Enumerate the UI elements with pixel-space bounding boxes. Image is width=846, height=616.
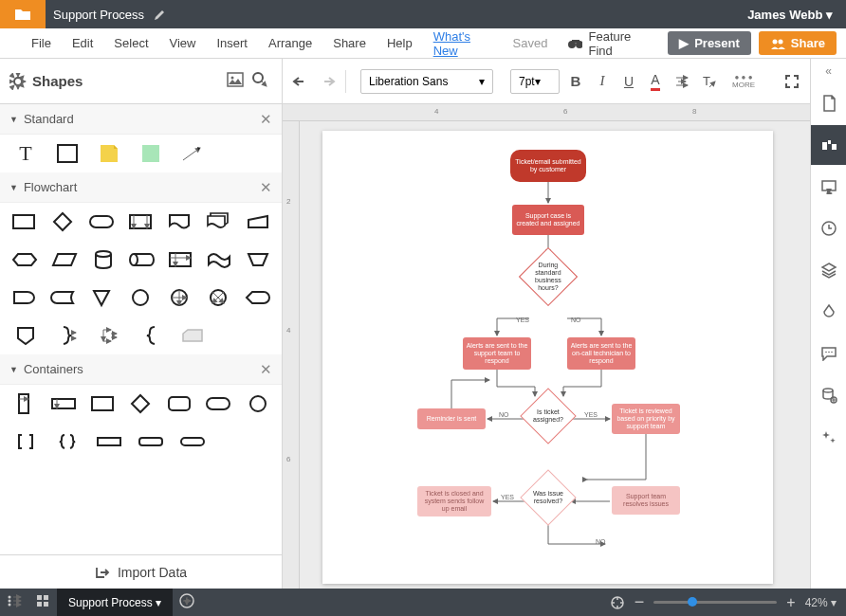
fc-delay[interactable] <box>11 286 37 309</box>
close-icon[interactable]: ✕ <box>260 111 272 128</box>
fc-or[interactable] <box>166 286 192 309</box>
fontsize-select[interactable]: 7pt ▾ <box>510 69 560 94</box>
zoom-out-button[interactable]: − <box>634 592 645 612</box>
ct-rect2[interactable] <box>95 430 123 453</box>
fc-database[interactable] <box>91 248 115 271</box>
page-tab[interactable]: Support Process ▾ <box>57 589 173 616</box>
folder-icon[interactable] <box>0 0 46 28</box>
fc-merge[interactable] <box>89 286 115 309</box>
align-button[interactable] <box>671 69 692 94</box>
ct-rounded2[interactable] <box>137 430 165 453</box>
collapse-rail-icon[interactable]: « <box>825 64 832 82</box>
ct-bracket[interactable] <box>11 430 40 453</box>
bold-button[interactable]: B <box>565 69 586 94</box>
ct-swimlane-h[interactable] <box>50 392 77 415</box>
more-button[interactable]: ● ● ●MORE <box>732 74 755 89</box>
fc-brace-r[interactable] <box>53 324 82 347</box>
menu-file[interactable]: File <box>21 36 62 50</box>
zoom-slider[interactable] <box>653 601 777 604</box>
fc-internal[interactable] <box>168 248 193 271</box>
ct-brace[interactable] <box>53 430 82 453</box>
gear-icon[interactable] <box>9 73 27 90</box>
ct-diamond[interactable] <box>128 392 154 415</box>
menu-view[interactable]: View <box>159 36 207 50</box>
shape-hotspot[interactable] <box>137 142 165 165</box>
flow-node[interactable]: Alerts are sent to the support team to r… <box>463 337 531 370</box>
grid-view-icon[interactable] <box>28 594 57 610</box>
section-containers[interactable]: ▼Containers✕ <box>0 354 282 385</box>
fullscreen-button[interactable] <box>782 69 802 94</box>
menu-select[interactable]: Select <box>103 36 158 50</box>
shape-text[interactable]: T <box>11 142 40 165</box>
zoom-in-button[interactable]: + <box>786 594 795 611</box>
fc-predef[interactable] <box>128 210 154 233</box>
rail-comments-icon[interactable] <box>811 334 847 373</box>
fc-document[interactable] <box>167 210 193 233</box>
rail-present-icon[interactable] <box>811 167 847 207</box>
ct-rounded[interactable] <box>167 392 193 415</box>
ct-rect[interactable] <box>90 392 116 415</box>
rail-history-icon[interactable] <box>811 208 847 248</box>
import-data-button[interactable]: Import Data <box>0 554 282 589</box>
rail-document-icon[interactable] <box>811 83 847 123</box>
page[interactable]: Ticket/email submitted by customer Suppo… <box>322 131 773 584</box>
image-library-icon[interactable] <box>223 72 248 91</box>
zoom-target-icon[interactable] <box>610 595 625 610</box>
menu-whatsnew[interactable]: What's New <box>423 29 503 58</box>
shape-block[interactable] <box>53 142 82 165</box>
fc-multidoc[interactable] <box>205 210 231 233</box>
outline-view-icon[interactable] <box>0 594 28 610</box>
close-icon[interactable]: ✕ <box>260 179 272 196</box>
feature-find[interactable]: Feature Find <box>558 29 660 58</box>
add-page-button[interactable] <box>173 593 201 611</box>
section-flowchart[interactable]: ▼Flowchart✕ <box>0 172 282 203</box>
fc-data[interactable] <box>51 248 78 271</box>
italic-button[interactable]: I <box>592 69 613 94</box>
user-menu[interactable]: James Webb ▾ <box>734 8 846 22</box>
section-standard[interactable]: ▼Standard✕ <box>0 104 282 135</box>
flow-node[interactable]: Alerts are sent to the on-call technicia… <box>567 337 635 370</box>
rail-layers-icon[interactable] <box>811 250 847 290</box>
fc-manualop[interactable] <box>246 248 270 271</box>
present-button[interactable]: ▶ Present <box>668 31 751 55</box>
textcolor-button[interactable]: A <box>645 69 666 94</box>
rail-dbconnect-icon[interactable] <box>811 375 847 415</box>
menu-edit[interactable]: Edit <box>62 36 103 50</box>
menu-help[interactable]: Help <box>377 36 423 50</box>
shape-line[interactable] <box>178 142 207 165</box>
rail-paint-icon[interactable] <box>811 292 847 332</box>
share-button[interactable]: Share <box>759 31 837 55</box>
fc-display[interactable] <box>244 286 270 309</box>
fc-process[interactable] <box>11 210 37 233</box>
rail-data-icon[interactable] <box>811 125 847 165</box>
rail-sparkle-icon[interactable] <box>811 417 847 457</box>
fc-offpage[interactable] <box>11 324 40 347</box>
flow-node[interactable]: Support team resolves issues <box>612 486 680 515</box>
search-shapes-icon[interactable] <box>248 71 272 92</box>
flow-node[interactable]: Reminder is sent <box>417 408 486 429</box>
flow-node[interactable]: Ticket is closed and system sends follow… <box>417 486 491 516</box>
flow-node[interactable]: Support case is created and assigned <box>512 205 584 235</box>
flow-node[interactable]: Ticket/email submitted by customer <box>510 150 586 182</box>
fc-preparation[interactable] <box>11 248 38 271</box>
font-select[interactable]: Liberation Sans ▾ <box>360 69 493 94</box>
fc-stored[interactable] <box>50 286 76 309</box>
menu-arrange[interactable]: Arrange <box>258 36 322 50</box>
document-title[interactable]: Support Process <box>46 8 154 22</box>
ct-pill[interactable] <box>205 392 231 415</box>
flow-node[interactable]: Ticket is reviewed based on priority by … <box>612 404 680 434</box>
ct-pill2[interactable] <box>178 430 207 453</box>
fc-note-r[interactable] <box>95 324 123 347</box>
shape-note[interactable] <box>95 142 123 165</box>
menu-share[interactable]: Share <box>322 36 377 50</box>
undo-button[interactable] <box>290 69 311 94</box>
fc-sumjunc[interactable] <box>205 286 230 309</box>
fc-terminator[interactable] <box>88 210 115 233</box>
redo-button[interactable] <box>317 69 338 94</box>
zoom-value[interactable]: 42% ▾ <box>805 596 837 609</box>
canvas[interactable]: Ticket/email submitted by customer Suppo… <box>300 121 810 589</box>
menu-insert[interactable]: Insert <box>206 36 258 50</box>
clearformat-button[interactable]: T <box>698 69 719 94</box>
fc-directdata[interactable] <box>128 248 155 271</box>
fc-brace-l[interactable] <box>137 324 165 347</box>
